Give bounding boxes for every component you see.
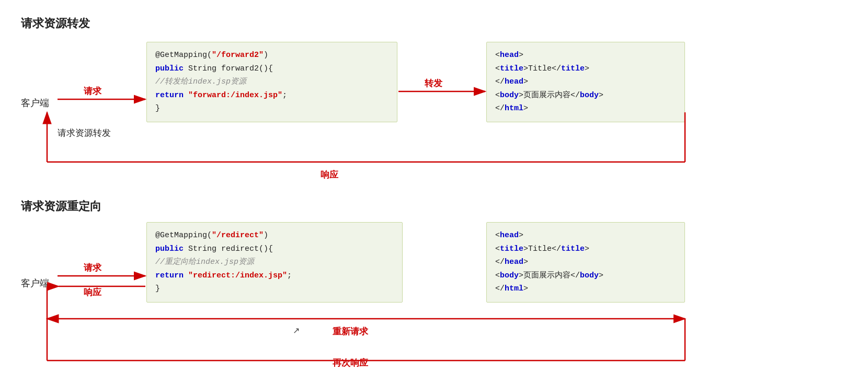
svg-text:请求: 请求 [84, 263, 102, 273]
section1-arrows: 请求 转发 请求资源转发 响应 [16, 10, 748, 178]
svg-text:请求资源转发: 请求资源转发 [58, 128, 111, 138]
section2-arrows: 请求 响应 重新请求 再次响应 ↗ [16, 199, 748, 383]
svg-text:↗: ↗ [293, 326, 300, 335]
svg-text:重新请求: 重新请求 [333, 326, 369, 336]
svg-text:请求: 请求 [84, 86, 102, 96]
svg-text:响应: 响应 [321, 169, 339, 180]
svg-text:转发: 转发 [424, 78, 442, 88]
svg-text:响应: 响应 [84, 287, 102, 297]
svg-text:再次响应: 再次响应 [333, 357, 369, 368]
